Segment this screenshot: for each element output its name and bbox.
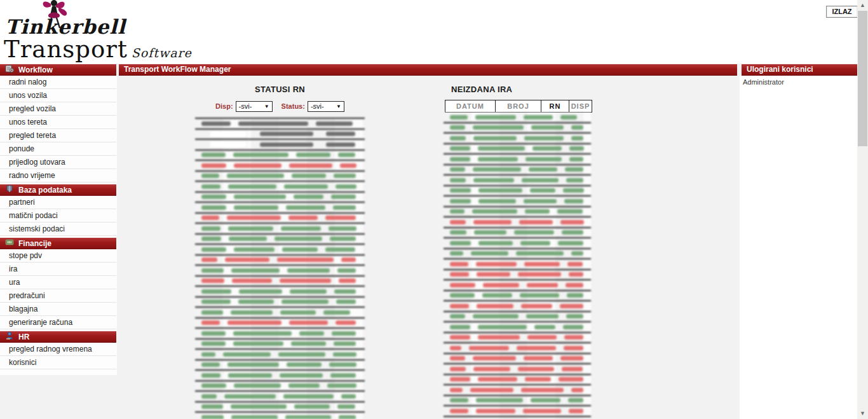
neizdana-ira-table[interactable] [444, 113, 591, 419]
filter-input[interactable] [209, 141, 247, 148]
scrollbar-thumb[interactable] [858, 11, 867, 146]
table-row[interactable] [444, 228, 591, 239]
table-row[interactable] [444, 249, 591, 260]
table-row[interactable] [444, 291, 591, 302]
status-select[interactable]: -svi- ▼ [308, 101, 344, 112]
table-row[interactable] [195, 308, 365, 319]
table-row[interactable] [444, 238, 591, 249]
scroll-down-icon[interactable]: ▼ [857, 408, 868, 419]
table-row[interactable] [444, 375, 591, 386]
table-row[interactable] [444, 165, 591, 176]
vertical-scrollbar[interactable]: ▲ ▼ [857, 0, 868, 419]
redacted-text [334, 174, 356, 178]
table-row[interactable] [444, 175, 591, 186]
table-row[interactable] [195, 224, 365, 235]
table-row[interactable] [195, 161, 365, 172]
table-row[interactable] [444, 354, 591, 365]
redacted-text [473, 125, 524, 130]
table-row[interactable] [444, 312, 591, 323]
table-row[interactable] [195, 214, 365, 224]
table-row[interactable] [444, 322, 591, 333]
table-row[interactable] [195, 140, 365, 151]
table-row[interactable] [195, 130, 365, 141]
table-row[interactable] [444, 343, 591, 354]
sidebar-item-korisnici[interactable]: korisnici [0, 356, 116, 369]
sidebar-item-generiranje-računa[interactable]: generiranje računa [0, 316, 116, 329]
table-row[interactable] [195, 298, 365, 308]
sidebar-item-matični-podaci[interactable]: matični podaci [0, 209, 116, 223]
column-header-disp[interactable]: DISP [569, 100, 592, 113]
table-row[interactable] [444, 301, 591, 312]
table-row[interactable] [444, 364, 591, 375]
sidebar-item-ira[interactable]: ira [0, 263, 116, 276]
table-row[interactable] [195, 413, 365, 419]
table-row[interactable] [444, 270, 591, 281]
table-row[interactable] [195, 350, 365, 361]
table-row[interactable] [444, 134, 591, 144]
sidebar-item-prijedlog-utovara[interactable]: prijedlog utovara [0, 156, 116, 169]
table-row[interactable] [195, 371, 365, 381]
table-row[interactable] [195, 256, 365, 266]
sidebar-item-predračuni[interactable]: predračuni [0, 289, 116, 303]
exit-button[interactable]: IZLAZ [826, 6, 858, 18]
column-header-rn[interactable]: RN [541, 100, 569, 113]
table-row[interactable] [444, 396, 591, 407]
sidebar-item-unos-vozila[interactable]: unos vozila [0, 89, 116, 102]
table-row[interactable] [195, 392, 365, 402]
table-row[interactable] [444, 123, 591, 134]
table-row[interactable] [195, 235, 365, 245]
sidebar-item-stope-pdv[interactable]: stope pdv [0, 249, 116, 263]
table-row[interactable] [195, 319, 365, 329]
table-row[interactable] [444, 333, 591, 344]
filter-input[interactable] [209, 130, 247, 138]
table-row[interactable] [195, 340, 365, 350]
table-row[interactable] [195, 381, 365, 392]
sidebar-item-partneri[interactable]: partneri [0, 196, 116, 209]
table-row[interactable] [195, 119, 365, 130]
column-header-broj[interactable]: BROJ [496, 100, 541, 113]
table-row[interactable] [195, 266, 365, 277]
disp-select[interactable]: -svi- ▼ [236, 101, 273, 112]
table-row[interactable] [444, 196, 591, 207]
table-row[interactable] [444, 186, 591, 197]
table-row[interactable] [444, 207, 591, 218]
table-row[interactable] [195, 361, 365, 371]
table-row[interactable] [195, 287, 365, 298]
table-row[interactable] [444, 113, 591, 123]
sidebar-item-radni-nalog[interactable]: radni nalog [0, 76, 116, 89]
table-row[interactable] [195, 203, 365, 214]
sidebar-item-radno-vrijeme[interactable]: radno vrijeme [0, 169, 116, 182]
sidebar-item-ponude[interactable]: ponude [0, 142, 116, 156]
table-row[interactable] [195, 245, 365, 256]
table-row[interactable] [195, 329, 365, 340]
table-row[interactable] [195, 172, 365, 182]
statusi-rn-table[interactable] [195, 118, 365, 419]
table-row[interactable] [195, 193, 365, 203]
sidebar-item-pregled-radnog-vremena[interactable]: pregled radnog vremena [0, 343, 116, 356]
table-row[interactable] [444, 217, 591, 228]
sidebar-item-pregled-tereta[interactable]: pregled tereta [0, 129, 116, 142]
table-row[interactable] [444, 280, 591, 291]
sidebar-section-baza-podataka[interactable]: Baza podataka [0, 184, 116, 196]
sidebar-item-ura[interactable]: ura [0, 276, 116, 289]
column-header-datum[interactable]: DATUM [445, 100, 496, 113]
table-row[interactable] [444, 144, 591, 155]
sidebar-section-financije[interactable]: Financije [0, 238, 116, 249]
redacted-text [339, 278, 356, 283]
sidebar-item-sistemski-podaci[interactable]: sistemski podaci [0, 223, 116, 236]
redacted-text [292, 174, 326, 178]
table-row[interactable] [195, 182, 365, 193]
scroll-up-icon[interactable]: ▲ [857, 0, 868, 11]
sidebar-item-unos-tereta[interactable]: unos tereta [0, 116, 116, 129]
sidebar-section-workflow[interactable]: Workflow [0, 64, 116, 76]
table-row[interactable] [444, 385, 591, 396]
table-row[interactable] [444, 155, 591, 165]
sidebar-section-hr[interactable]: HR [0, 331, 116, 343]
table-row[interactable] [195, 402, 365, 413]
table-row[interactable] [444, 406, 591, 417]
table-row[interactable] [195, 151, 365, 161]
sidebar-item-blagajna[interactable]: blagajna [0, 303, 116, 316]
sidebar-item-pregled-vozila[interactable]: pregled vozila [0, 102, 116, 116]
table-row[interactable] [195, 277, 365, 287]
table-row[interactable] [444, 259, 591, 270]
